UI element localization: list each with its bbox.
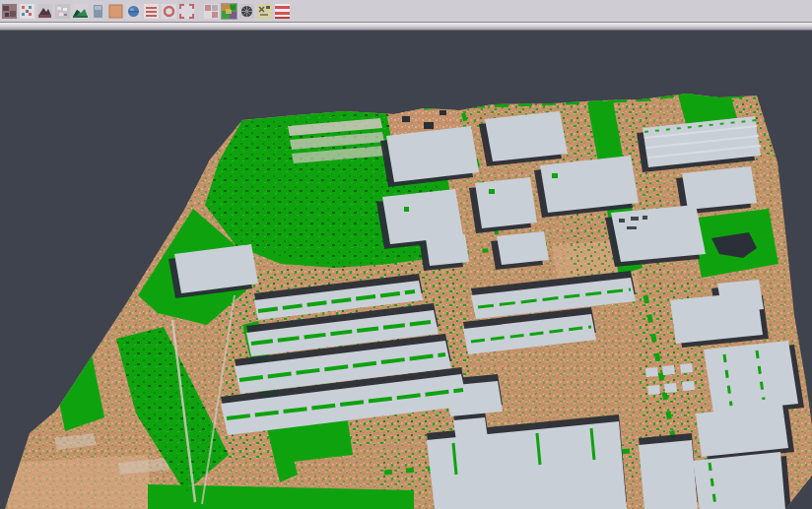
pale-dots-icon[interactable] [55, 4, 70, 19]
orange-square-icon[interactable] [108, 4, 123, 19]
classified-point-cloud-scene [0, 31, 812, 509]
red-lines-icon[interactable] [144, 4, 159, 19]
blue-sphere-icon[interactable] [126, 4, 141, 19]
application-window [0, 0, 812, 509]
green-terrain-icon[interactable] [73, 4, 88, 19]
red-stripes-icon[interactable] [275, 4, 290, 19]
red-brackets-icon[interactable] [179, 4, 194, 19]
red-ring-icon[interactable] [162, 4, 176, 19]
toolbar [0, 0, 812, 22]
scatter-points-icon[interactable] [20, 4, 34, 19]
yellow-tag-icon[interactable] [257, 4, 272, 19]
checkerboard-icon[interactable] [204, 4, 219, 19]
dark-mountain-icon[interactable] [37, 4, 52, 19]
classification-mosaic-icon[interactable] [222, 4, 237, 19]
point-cloud-3d-viewport[interactable] [0, 31, 812, 509]
mottled-red-icon[interactable] [2, 4, 17, 19]
dark-globe-icon[interactable] [239, 4, 254, 19]
toolbar-divider [0, 22, 812, 31]
blue-panel-icon[interactable] [91, 4, 105, 19]
